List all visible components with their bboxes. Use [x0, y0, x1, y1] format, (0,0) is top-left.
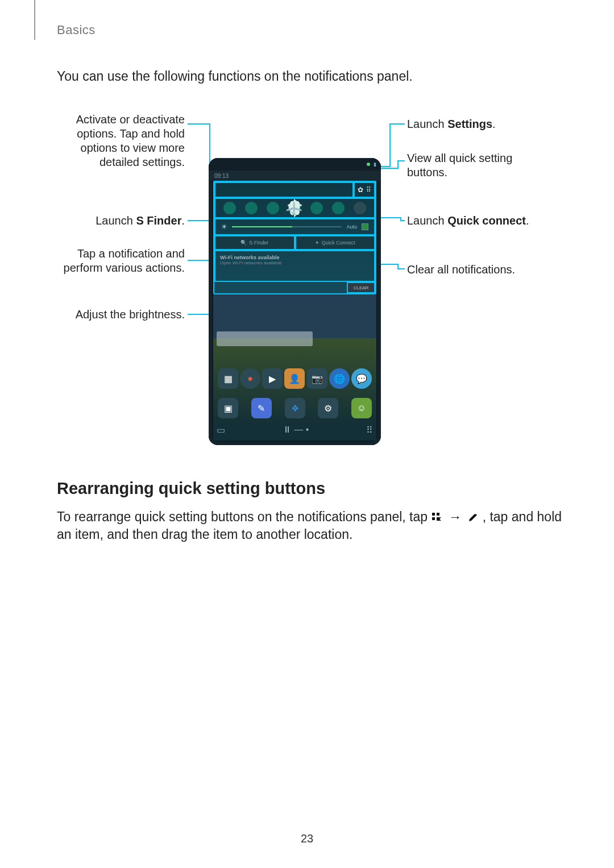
- callout-clear-text: Clear all notifications.: [407, 263, 515, 276]
- camera-app-icon[interactable]: 📷: [307, 368, 327, 389]
- panel-clock-row: 09:13: [209, 171, 381, 181]
- phone-status-bar: ▮: [209, 158, 381, 171]
- callout-clear: Clear all notifications.: [407, 263, 549, 277]
- callout-qc-pre: Launch: [407, 214, 447, 227]
- settings-app-icon[interactable]: ⚙: [318, 398, 338, 418]
- callout-sfinder-post: .: [181, 214, 185, 227]
- brightness-auto: Auto: [346, 224, 357, 230]
- callout-notif-text: Tap a notification and perform various a…: [64, 247, 185, 274]
- svg-rect-5: [432, 517, 435, 520]
- page-number: 23: [0, 832, 614, 845]
- pencil-inline-icon: [467, 510, 479, 521]
- diagram: ▮ 09:13 ✿ ⠿: [57, 107, 557, 459]
- callout-settings: Launch Settings.: [407, 117, 549, 131]
- para-a: To rearrange quick setting buttons on th…: [57, 509, 431, 524]
- quick-toggle-row: [214, 198, 375, 218]
- header-rule: [34, 0, 36, 40]
- dropbox-app-icon[interactable]: ❖: [285, 398, 305, 418]
- app-grid: ▦ ● ▶ 👤 📷 🌐 💬 ▣ ✎ ❖ ⚙ ☺: [218, 368, 372, 418]
- gallery-app-icon[interactable]: ▦: [218, 368, 238, 389]
- notif-subtitle: Open Wi-Fi networks available: [220, 260, 370, 265]
- callout-grid: View all quick setting buttons.: [407, 151, 549, 180]
- callout-sfinder-bold: S Finder: [136, 214, 181, 227]
- home-icon[interactable]: ⏸ — •: [283, 425, 309, 435]
- section-breadcrumb: Basics: [57, 23, 569, 38]
- svg-rect-3: [432, 513, 435, 516]
- sfinder-button[interactable]: 🔍S Finder: [214, 235, 295, 250]
- grid-inline-icon: [431, 510, 442, 521]
- google-search-bar[interactable]: [217, 331, 313, 346]
- clear-notifications-button[interactable]: CLEAR: [347, 282, 375, 293]
- callout-grid-text: View all quick setting buttons.: [407, 152, 512, 178]
- brightness-row[interactable]: ☀ Auto: [214, 218, 375, 235]
- notification-item[interactable]: Wi-Fi networks available Open Wi-Fi netw…: [214, 250, 375, 282]
- callout-settings-pre: Launch: [407, 118, 447, 130]
- callout-toggles-text: Activate or deactivate options. Tap and …: [76, 113, 185, 168]
- panel-header-wide: [214, 182, 354, 198]
- brightness-checkbox[interactable]: [362, 223, 368, 230]
- sfinder-quickconnect-row: 🔍S Finder ✦Quick Connect: [214, 235, 375, 250]
- brightness-track[interactable]: [232, 226, 342, 227]
- notes-app-icon[interactable]: ✎: [251, 398, 272, 418]
- status-dot-icon: [367, 163, 370, 166]
- callout-settings-bold: Settings: [447, 118, 492, 130]
- home-wallpaper: [213, 294, 376, 441]
- callout-settings-post: .: [492, 118, 496, 130]
- callout-toggles: Activate or deactivate options. Tap and …: [57, 113, 185, 169]
- airplane-icon[interactable]: [354, 202, 366, 214]
- quickconnect-label: Quick Connect: [322, 240, 355, 246]
- contacts-app-icon[interactable]: 👤: [284, 368, 305, 389]
- panel-header-buttons: ✿ ⠿: [354, 182, 375, 198]
- svg-rect-4: [437, 513, 439, 516]
- magnifier-icon: 🔍: [240, 240, 247, 246]
- rearranging-paragraph: To rearrange quick setting buttons on th…: [57, 508, 569, 543]
- notification-panel-box: ✿ ⠿ ☀ Auto: [213, 181, 376, 294]
- callout-bright-text: Adjust the brightness.: [76, 308, 185, 321]
- recent-icon[interactable]: ▭: [217, 425, 225, 435]
- callout-quickconnect: Launch Quick connect.: [407, 214, 555, 228]
- grid-icon[interactable]: ⠿: [366, 186, 371, 194]
- callout-sfinder-pre: Launch: [96, 214, 136, 227]
- notif-title: Wi-Fi networks available: [220, 255, 370, 260]
- gear-icon[interactable]: ✿: [358, 186, 363, 194]
- sfinder-label: S Finder: [249, 240, 268, 246]
- internet-app-icon[interactable]: 🌐: [329, 368, 350, 389]
- playstore-app-icon[interactable]: ▶: [262, 368, 283, 389]
- quickconnect-button[interactable]: ✦Quick Connect: [295, 235, 376, 250]
- phone-screenshot: ▮ 09:13 ✿ ⠿: [209, 158, 381, 445]
- chrome-app-icon[interactable]: ●: [240, 368, 260, 389]
- callout-sfinder: Launch S Finder.: [57, 214, 185, 228]
- dock: ▭ ⏸ — • ⠿: [217, 420, 373, 439]
- callout-qc-bold: Quick connect: [447, 214, 526, 227]
- intro-text: You can use the following functions on t…: [57, 69, 569, 84]
- apps-icon[interactable]: ⠿: [366, 425, 373, 435]
- star-icon: ✦: [315, 240, 320, 246]
- callout-notif: Tap a notification and perform various a…: [57, 247, 185, 275]
- panel-clock: 09:13: [214, 173, 229, 179]
- remote-app-icon[interactable]: ▣: [218, 398, 238, 418]
- chat-app-icon[interactable]: 💬: [351, 368, 372, 389]
- callout-qc-post: .: [526, 214, 529, 227]
- heading-rearranging: Rearranging quick setting buttons: [57, 479, 569, 498]
- kids-app-icon[interactable]: ☺: [351, 398, 372, 418]
- sun-icon: ☀: [221, 223, 227, 231]
- callout-bright: Adjust the brightness.: [57, 308, 185, 322]
- status-signal-icon: ▮: [374, 161, 376, 167]
- arrow-icon: →: [446, 509, 464, 524]
